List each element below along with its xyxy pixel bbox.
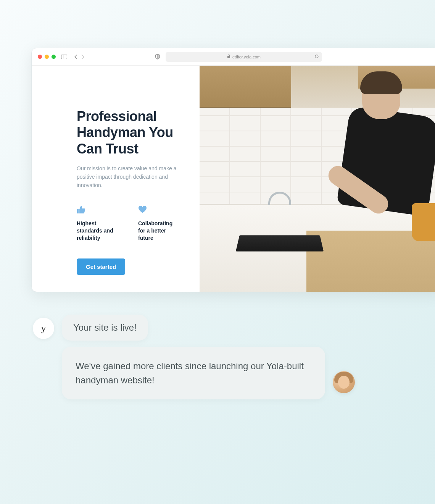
url-text: editor.yola.com <box>232 55 261 59</box>
hero-title: Professional Handyman You Can Trust <box>77 108 180 157</box>
user-message: We've gained more clients since launchin… <box>76 359 311 387</box>
user-avatar <box>333 371 355 393</box>
heart-icon <box>138 205 180 214</box>
minimize-window-button[interactable] <box>45 55 49 59</box>
browser-toolbar: editor.yola.com <box>32 48 435 66</box>
feature-standards: Highest standards and reliability <box>77 205 119 242</box>
feature-text: Highest standards and reliability <box>77 220 119 242</box>
features-row: Highest standards and reliability Collab… <box>77 205 180 242</box>
get-started-button[interactable]: Get started <box>77 258 125 275</box>
hero-subtitle: Our mission is to create value and make … <box>77 165 180 189</box>
user-chat-bubble: We've gained more clients since launchin… <box>62 347 325 399</box>
url-bar[interactable]: editor.yola.com <box>166 52 322 62</box>
feature-collaboration: Collaborating for a better future <box>138 205 180 242</box>
thumbs-up-icon <box>77 205 119 214</box>
hero-image <box>200 66 435 292</box>
hero-section: Professional Handyman You Can Trust Our … <box>32 66 200 292</box>
forward-button[interactable] <box>81 54 85 60</box>
refresh-icon[interactable] <box>314 54 319 60</box>
system-message: Your site is live! <box>73 322 137 333</box>
sidebar-toggle-icon[interactable] <box>61 55 67 59</box>
close-window-button[interactable] <box>38 55 42 59</box>
system-avatar: y <box>33 318 54 339</box>
system-chat-bubble: Your site is live! <box>62 315 148 341</box>
page-content: Professional Handyman You Can Trust Our … <box>32 66 435 292</box>
maximize-window-button[interactable] <box>52 55 56 59</box>
window-controls <box>38 55 56 59</box>
browser-window: editor.yola.com Professional Handyman Yo… <box>31 48 435 292</box>
back-button[interactable] <box>74 54 77 60</box>
privacy-shield-icon[interactable] <box>155 54 160 60</box>
svg-rect-2 <box>227 56 230 58</box>
lock-icon <box>227 54 230 59</box>
avatar-letter: y <box>41 323 46 334</box>
svg-rect-0 <box>61 55 67 59</box>
feature-text: Collaborating for a better future <box>138 220 180 242</box>
